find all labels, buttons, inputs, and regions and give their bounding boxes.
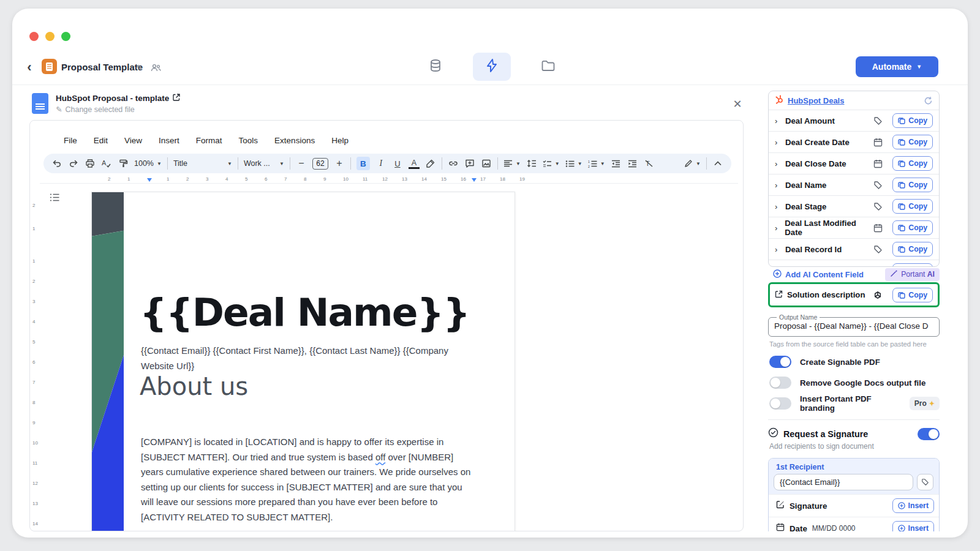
line-spacing-icon[interactable]: [526, 158, 537, 169]
insert-portant-branding-toggle[interactable]: [769, 397, 791, 410]
chevron-right-icon[interactable]: ›: [775, 223, 780, 233]
menu-edit[interactable]: Edit: [91, 134, 111, 147]
chevron-right-icon[interactable]: ›: [775, 159, 781, 168]
italic-button[interactable]: I: [375, 158, 386, 169]
field-row-deal-close-date[interactable]: › Deal Close Date Copy: [769, 152, 939, 174]
text-color-button[interactable]: A: [409, 158, 420, 169]
field-row-deal-amount[interactable]: › Deal Amount Copy: [769, 110, 939, 131]
ruler-vertical[interactable]: 211234567891011121314: [30, 184, 39, 531]
copy-button[interactable]: Copy: [892, 113, 933, 128]
create-signable-pdf-toggle[interactable]: [769, 356, 791, 368]
copy-button[interactable]: Copy: [892, 199, 933, 214]
portant-ai-badge[interactable]: Portant AI: [885, 268, 940, 281]
field-row-deal-create-date[interactable]: › Deal Create Date Copy: [769, 131, 939, 152]
field-row-deal-last-modified-date[interactable]: › Deal Last Modified Date Copy: [769, 217, 939, 238]
chevron-right-icon[interactable]: ›: [775, 116, 781, 126]
clear-formatting-icon[interactable]: T: [644, 158, 655, 169]
copy-button[interactable]: Copy: [892, 220, 933, 235]
menu-insert[interactable]: Insert: [156, 134, 183, 147]
paragraph-style-select[interactable]: Title▼: [173, 159, 232, 168]
menu-file[interactable]: File: [61, 134, 80, 147]
chevron-right-icon[interactable]: ›: [775, 138, 781, 147]
open-external-icon[interactable]: [173, 94, 180, 103]
zoom-window-button[interactable]: [61, 32, 70, 41]
tab-data-source[interactable]: [417, 53, 454, 81]
doc-section-heading[interactable]: About us: [140, 372, 248, 400]
menu-format[interactable]: Format: [193, 134, 225, 147]
indent-marker-left[interactable]: [147, 178, 152, 182]
refresh-icon[interactable]: [924, 96, 933, 105]
insert-image-icon[interactable]: [481, 158, 492, 169]
menu-help[interactable]: Help: [328, 134, 352, 147]
chevron-right-icon[interactable]: ›: [775, 181, 781, 190]
field-row-partial[interactable]: Copy: [769, 260, 939, 267]
menu-tools[interactable]: Tools: [236, 134, 262, 147]
zoom-select[interactable]: 100%▼: [134, 159, 162, 168]
close-window-button[interactable]: [29, 32, 39, 41]
document-page[interactable]: {{Deal Name}} {{Contact Email}} {{Contac…: [91, 192, 515, 531]
font-select[interactable]: Work ...▼: [244, 159, 284, 168]
decrease-indent-icon[interactable]: [611, 158, 622, 169]
doc-contact-line[interactable]: {{Contact Email}} {{Contact First Name}}…: [141, 343, 459, 373]
insert-signature-button[interactable]: Insert: [892, 498, 935, 513]
output-name-field[interactable]: Output Name Proposal - {{Deal Name}} - {…: [768, 313, 940, 337]
copy-button[interactable]: Copy: [892, 156, 933, 171]
add-comment-icon[interactable]: [464, 158, 475, 169]
checklist-select[interactable]: ▼: [543, 160, 560, 168]
collapse-toolbar-icon[interactable]: [712, 158, 723, 169]
svg-text:2: 2: [588, 164, 590, 168]
copy-button[interactable]: Copy: [892, 242, 933, 257]
decrease-font-size-icon[interactable]: −: [296, 158, 307, 169]
request-signature-toggle[interactable]: [918, 428, 940, 440]
bold-button[interactable]: B: [356, 157, 370, 170]
highlight-color-icon[interactable]: [425, 158, 436, 169]
source-link[interactable]: HubSpot Deals: [788, 96, 844, 105]
doc-paragraph[interactable]: [COMPANY] is located in [LOCATION] and i…: [141, 435, 472, 525]
increase-font-size-icon[interactable]: +: [334, 158, 345, 169]
bulleted-list-select[interactable]: ▼: [565, 160, 582, 168]
field-row-deal-stage[interactable]: › Deal Stage Copy: [769, 195, 939, 217]
paint-format-icon[interactable]: [118, 158, 129, 169]
window-controls: [29, 32, 70, 41]
solution-description-row-highlighted[interactable]: Solution description Copy: [768, 282, 940, 307]
recipient-tag-button[interactable]: [917, 474, 933, 490]
add-ai-content-field-link[interactable]: Add AI Content Field: [768, 269, 864, 280]
tab-output-folder[interactable]: [529, 53, 567, 81]
undo-icon[interactable]: [51, 158, 62, 169]
editing-mode-select[interactable]: ▼: [684, 159, 701, 168]
doc-title-merge-tag[interactable]: {{Deal Name}}: [140, 290, 483, 335]
copy-button[interactable]: Copy: [892, 178, 933, 192]
font-size-input[interactable]: 62: [312, 158, 328, 170]
menu-view[interactable]: View: [121, 134, 145, 147]
field-row-deal-name[interactable]: › Deal Name Copy: [769, 174, 939, 195]
minimize-window-button[interactable]: [45, 32, 55, 41]
change-file-link[interactable]: ✎ Change selected file: [56, 105, 135, 114]
numbered-list-select[interactable]: 12▼: [588, 160, 605, 168]
recipient-email-input[interactable]: [774, 474, 913, 490]
rename-pencil-icon[interactable]: ✎: [136, 63, 143, 73]
remove-gdocs-output-toggle[interactable]: [769, 377, 791, 389]
indent-marker-right[interactable]: [472, 178, 477, 182]
tab-workflow[interactable]: [473, 53, 511, 81]
field-row-deal-record-id[interactable]: › Deal Record Id Copy: [769, 238, 939, 260]
ruler-horizontal[interactable]: 2112345678910111213141516171819: [40, 176, 738, 184]
underline-button[interactable]: U: [392, 158, 403, 169]
spellcheck-icon[interactable]: A: [101, 158, 112, 169]
redo-icon[interactable]: [68, 158, 79, 169]
back-button[interactable]: ‹: [21, 59, 38, 76]
menu-extensions[interactable]: Extensions: [271, 134, 318, 147]
increase-indent-icon[interactable]: [627, 158, 638, 169]
output-name-value[interactable]: Proposal - {{Deal Name}} - {{Deal Close …: [774, 321, 933, 331]
copy-button[interactable]: Copy: [892, 288, 933, 302]
automate-button[interactable]: Automate▼: [856, 56, 938, 77]
chevron-right-icon[interactable]: ›: [775, 202, 781, 211]
align-select[interactable]: ▼: [503, 160, 521, 168]
chevron-right-icon[interactable]: ›: [775, 245, 781, 254]
share-users-icon[interactable]: [151, 63, 161, 74]
document-outline-icon[interactable]: [50, 193, 60, 204]
close-preview-icon[interactable]: ✕: [730, 97, 745, 111]
copy-button[interactable]: Copy: [892, 135, 933, 149]
insert-date-button[interactable]: Insert: [892, 521, 935, 531]
insert-link-icon[interactable]: [448, 158, 459, 169]
print-icon[interactable]: [85, 158, 96, 169]
